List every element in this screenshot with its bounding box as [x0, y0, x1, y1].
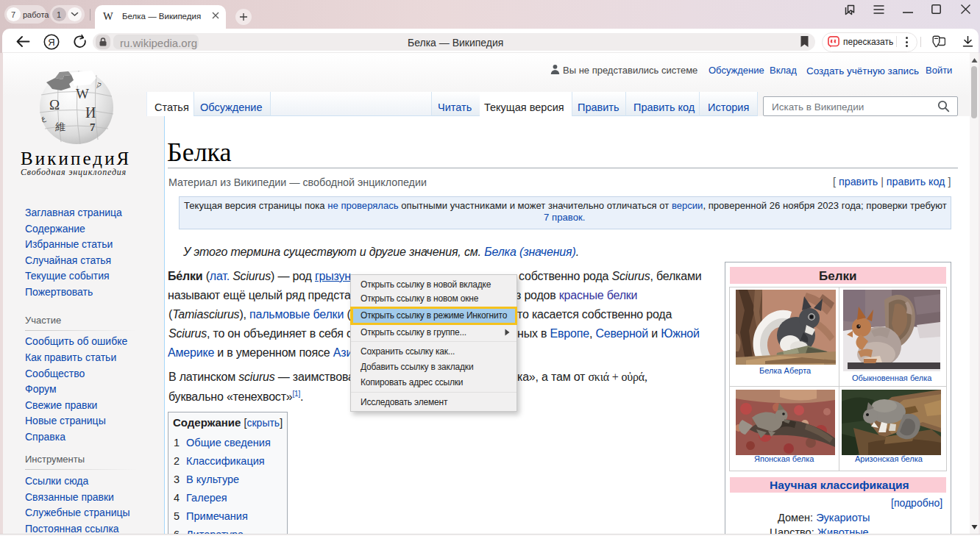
- svg-text:維: 維: [55, 121, 65, 132]
- svg-text:Я: Я: [48, 37, 54, 48]
- svg-text:Ω: Ω: [49, 97, 60, 112]
- svg-text:7: 7: [90, 121, 96, 133]
- svg-text:W: W: [76, 86, 89, 101]
- svg-text:И: И: [85, 104, 96, 121]
